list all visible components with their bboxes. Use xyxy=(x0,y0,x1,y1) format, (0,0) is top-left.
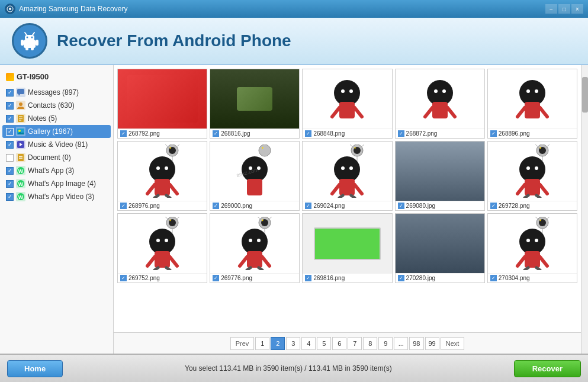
sidebar-icon-5 xyxy=(16,153,25,162)
page-btn-3[interactable]: 3 xyxy=(286,337,300,350)
svg-point-136 xyxy=(535,239,538,242)
page-btn-4[interactable]: 4 xyxy=(301,337,316,350)
gallery-item[interactable]: ✓268792.png xyxy=(117,69,207,139)
sidebar-checkbox-5[interactable] xyxy=(6,154,14,162)
gallery-item[interactable]: ✦ ✓269024.png xyxy=(302,141,392,211)
gallery-filename: 268976.png xyxy=(128,203,160,209)
gallery-item[interactable]: ✦ ✓269752.png xyxy=(117,213,207,283)
gallery-item[interactable]: ✓268872.png xyxy=(395,69,485,139)
gallery-item[interactable]: ✦ ✓270304.png xyxy=(487,213,577,283)
sidebar-item-4[interactable]: ✓Music & Video (81) xyxy=(2,138,111,151)
next-button[interactable]: Next xyxy=(441,337,465,350)
sidebar-checkbox-4[interactable]: ✓ xyxy=(6,141,14,149)
page-btn-98[interactable]: 98 xyxy=(409,337,423,350)
gallery-item[interactable]: ✦ ✓268976.png xyxy=(117,141,207,211)
gallery-checkbox[interactable]: ✓ xyxy=(305,130,311,137)
page-btn-9[interactable]: 9 xyxy=(378,337,393,350)
sidebar-checkbox-6[interactable]: ✓ xyxy=(6,167,14,175)
sidebar-icon-6: W xyxy=(16,166,25,175)
prev-button[interactable]: Prev xyxy=(230,337,255,350)
gallery-thumbnail xyxy=(396,142,484,201)
gallery-checkbox[interactable]: ✓ xyxy=(120,275,127,281)
sidebar-item-0[interactable]: ✓Messages (897) xyxy=(2,86,111,99)
gallery-checkbox[interactable]: ✓ xyxy=(490,275,497,281)
gallery-item[interactable]: ✓269080.jpg xyxy=(395,141,485,211)
sidebar-item-3[interactable]: ✓Gallery (1967) xyxy=(2,125,111,138)
gallery-grid: ✓268792.png✓268816.jpg ✓268848.png ✓2688… xyxy=(114,65,581,332)
gallery-filename: 268896.png xyxy=(499,130,530,137)
sidebar-item-5[interactable]: Document (0) xyxy=(2,151,111,164)
gallery-checkbox[interactable]: ✓ xyxy=(120,203,127,209)
home-button[interactable]: Home xyxy=(7,360,63,377)
svg-point-58 xyxy=(156,166,160,170)
svg-line-44 xyxy=(448,108,455,117)
gallery-item[interactable]: ✦ ✓269776.png xyxy=(210,213,300,283)
gallery-checkbox[interactable]: ✓ xyxy=(213,203,219,209)
gallery-checkbox[interactable]: ✓ xyxy=(305,203,311,209)
sidebar-checkbox-2[interactable]: ✓ xyxy=(6,115,14,123)
scrollbar-track[interactable] xyxy=(581,65,588,354)
page-btn-5[interactable]: 5 xyxy=(317,337,331,350)
gallery-checkbox[interactable]: ✓ xyxy=(120,130,127,137)
gallery-label: ✓268792.png xyxy=(118,129,207,138)
svg-point-120 xyxy=(242,229,268,255)
svg-text:W: W xyxy=(18,181,24,187)
svg-point-107 xyxy=(156,239,160,242)
sidebar-checkbox-7[interactable]: ✓ xyxy=(6,180,14,188)
gallery-label: ✓268816.jpg xyxy=(210,129,299,138)
svg-point-134 xyxy=(519,229,545,255)
svg-point-57 xyxy=(149,156,175,182)
sidebar-item-1[interactable]: ✓Contacts (630) xyxy=(2,99,111,112)
sidebar-item-8[interactable]: ✓WWhat's App Video (3) xyxy=(2,190,111,203)
sidebar-checkbox-1[interactable]: ✓ xyxy=(6,102,14,110)
gallery-item[interactable]: ✓268816.jpg xyxy=(210,69,300,139)
page-btn-ellipsis: ... xyxy=(394,337,408,350)
gallery-label: ✓269816.png xyxy=(303,273,391,283)
gallery-item[interactable]: ✓268896.png xyxy=(487,69,577,139)
page-btn-2[interactable]: 2 xyxy=(271,337,285,350)
gallery-checkbox[interactable]: ✓ xyxy=(490,203,497,209)
gallery-filename: 268872.png xyxy=(406,130,438,137)
svg-text:✦: ✦ xyxy=(539,146,542,150)
gallery-checkbox[interactable]: ✓ xyxy=(213,130,219,137)
page-btn-8[interactable]: 8 xyxy=(363,337,377,350)
gallery-checkbox[interactable]: ✓ xyxy=(398,130,404,137)
page-title: Recover From Android Phone xyxy=(57,31,291,50)
gallery-checkbox[interactable]: ✓ xyxy=(305,275,311,281)
sidebar-item-2[interactable]: ✓Notes (5) xyxy=(2,112,111,125)
scrollbar-thumb[interactable] xyxy=(582,77,588,113)
gallery-checkbox[interactable]: ✓ xyxy=(490,130,497,137)
header: Recover From Android Phone xyxy=(0,18,588,65)
svg-line-111 xyxy=(170,257,177,266)
sidebar-checkbox-8[interactable]: ✓ xyxy=(6,193,14,201)
svg-line-124 xyxy=(240,257,247,266)
page-btn-99[interactable]: 99 xyxy=(425,337,439,350)
page-btn-6[interactable]: 6 xyxy=(332,337,346,350)
svg-rect-12 xyxy=(17,89,24,94)
svg-point-94 xyxy=(535,166,538,170)
svg-line-140 xyxy=(525,268,528,270)
gallery-item[interactable]: ✦ anxz.com ✓269000.png xyxy=(210,141,300,211)
app-icon xyxy=(5,4,15,14)
gallery-checkbox[interactable]: ✓ xyxy=(398,203,404,209)
page-btn-1[interactable]: 1 xyxy=(255,337,269,350)
gallery-item[interactable]: ✓269816.png xyxy=(302,213,392,283)
page-btn-7[interactable]: 7 xyxy=(348,337,362,350)
recover-button[interactable]: Recover xyxy=(514,360,581,377)
svg-line-139 xyxy=(540,257,547,266)
gallery-item[interactable]: ✓270280.jpg xyxy=(395,213,485,283)
gallery-item[interactable]: ✦ ✓269728.png xyxy=(487,141,577,211)
gallery-thumbnail: ✦ anxz.com xyxy=(210,142,299,201)
minimize-button[interactable]: − xyxy=(545,4,557,14)
sidebar-checkbox-3[interactable]: ✓ xyxy=(6,128,14,136)
sidebar-item-6[interactable]: ✓WWhat's App (3) xyxy=(2,164,111,177)
close-button[interactable]: × xyxy=(571,4,583,14)
sidebar-checkbox-0[interactable]: ✓ xyxy=(6,89,14,97)
maximize-button[interactable]: □ xyxy=(558,4,570,14)
svg-rect-123 xyxy=(247,251,262,268)
gallery-thumbnail: ✦ xyxy=(488,214,577,273)
gallery-checkbox[interactable]: ✓ xyxy=(398,275,404,281)
gallery-item[interactable]: ✓268848.png xyxy=(302,69,392,139)
gallery-checkbox[interactable]: ✓ xyxy=(213,275,219,281)
sidebar-item-7[interactable]: ✓WWhat's App Image (4) xyxy=(2,177,111,190)
